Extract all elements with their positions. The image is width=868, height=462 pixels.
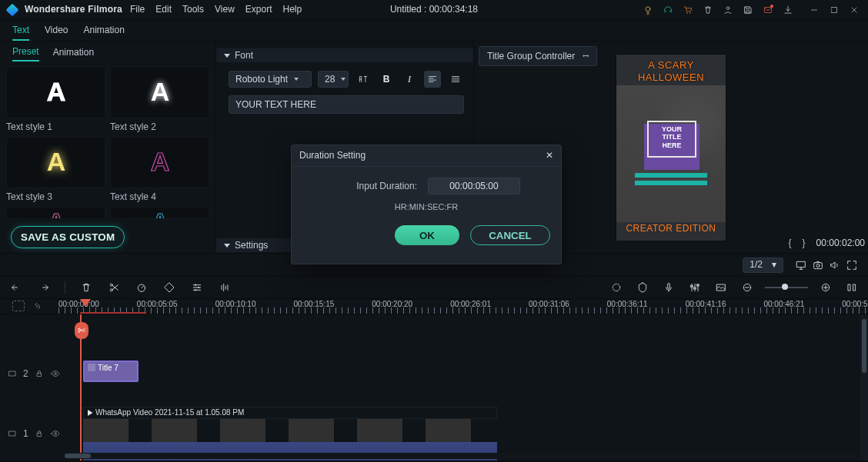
save-as-custom-button[interactable]: SAVE AS CUSTOM bbox=[11, 226, 125, 248]
duration-input[interactable]: 00:00:05:00 bbox=[428, 178, 520, 194]
title-clip-label: Title 7 bbox=[98, 364, 119, 373]
record-voice-icon[interactable] bbox=[660, 279, 677, 296]
volume-icon[interactable] bbox=[826, 257, 843, 274]
video-clip-thumbnails[interactable] bbox=[83, 419, 497, 442]
window-minimize[interactable] bbox=[808, 4, 820, 16]
lock-icon[interactable] bbox=[35, 369, 44, 378]
align-left-icon[interactable] bbox=[424, 71, 441, 88]
timeline-ruler[interactable]: 00:00:00:00 00:00:05:05 00:00:10:10 00:0… bbox=[0, 299, 868, 314]
font-family-select[interactable]: Roboto Light bbox=[229, 71, 312, 88]
crop-icon[interactable] bbox=[161, 279, 178, 296]
text-case-icon[interactable] bbox=[355, 71, 372, 88]
bold-icon[interactable]: B bbox=[378, 71, 395, 88]
track-type-icon[interactable] bbox=[8, 369, 17, 378]
tab-animation[interactable]: Animation bbox=[84, 21, 125, 39]
brace-left[interactable]: { bbox=[789, 238, 792, 248]
track-type-icon[interactable] bbox=[8, 429, 17, 438]
timeline-vscroll[interactable] bbox=[860, 314, 868, 460]
subtab-animation[interactable]: Animation bbox=[53, 44, 94, 61]
menu-export[interactable]: Export bbox=[245, 4, 272, 15]
ok-button[interactable]: OK bbox=[395, 225, 459, 245]
mixer-icon[interactable] bbox=[686, 279, 703, 296]
visibility-icon[interactable] bbox=[50, 429, 61, 438]
font-family-value: Roboto Light bbox=[235, 74, 288, 85]
speed-icon[interactable] bbox=[133, 279, 150, 296]
close-icon[interactable]: ✕ bbox=[546, 150, 553, 161]
menu-help[interactable]: Help bbox=[282, 4, 302, 15]
window-maximize[interactable] bbox=[828, 4, 840, 16]
svg-text:A: A bbox=[46, 147, 65, 176]
fit-timeline-icon[interactable] bbox=[843, 279, 860, 296]
align-justify-icon[interactable] bbox=[447, 71, 464, 88]
track-manager-icon[interactable] bbox=[12, 301, 25, 311]
audio-eq-icon[interactable] bbox=[216, 279, 233, 296]
video-clip-name: WhatsApp Video 2021-11-15 at 1.05.08 PM bbox=[95, 408, 244, 417]
menu-edit[interactable]: Edit bbox=[155, 4, 172, 15]
duration-value: 00:00:05:00 bbox=[449, 181, 498, 191]
settings-section-title: Settings bbox=[235, 240, 268, 251]
trash-icon[interactable] bbox=[702, 4, 714, 16]
download-icon[interactable] bbox=[782, 4, 794, 16]
render-icon[interactable] bbox=[608, 279, 625, 296]
zoom-out-icon[interactable] bbox=[739, 279, 756, 296]
window-close[interactable] bbox=[848, 4, 860, 16]
save-icon[interactable] bbox=[742, 4, 754, 16]
redo-icon[interactable] bbox=[35, 279, 52, 296]
page-select[interactable]: 1/2 ▾ bbox=[743, 258, 783, 273]
snapshot-icon[interactable] bbox=[810, 257, 826, 274]
tab-video[interactable]: Video bbox=[45, 21, 68, 39]
separator bbox=[65, 281, 65, 294]
undo-icon[interactable] bbox=[8, 279, 25, 296]
message-icon[interactable] bbox=[762, 4, 774, 16]
chevron-down-icon: ▾ bbox=[772, 259, 776, 270]
preset-subtabs: Preset Animation bbox=[0, 42, 215, 63]
visibility-icon[interactable] bbox=[50, 369, 61, 378]
title-clip[interactable]: Title 7 bbox=[83, 361, 139, 382]
video-clip-header[interactable]: WhatsApp Video 2021-11-15 at 1.05.08 PM bbox=[83, 407, 497, 419]
menu-view[interactable]: View bbox=[215, 4, 235, 15]
preset-thumb[interactable]: A Text style 4 bbox=[110, 137, 209, 203]
text-content-input[interactable]: YOUR TEXT HERE bbox=[229, 95, 464, 114]
menu-tools[interactable]: Tools bbox=[182, 4, 204, 15]
lock-icon[interactable] bbox=[35, 429, 44, 438]
svg-point-16 bbox=[110, 284, 112, 286]
app-logo bbox=[6, 3, 19, 16]
timeline-hscroll[interactable] bbox=[62, 453, 860, 459]
user-icon[interactable] bbox=[722, 4, 734, 16]
svg-point-2 bbox=[689, 12, 691, 14]
preset-thumb[interactable]: A Text style 3 bbox=[6, 137, 105, 203]
svg-rect-34 bbox=[9, 431, 15, 436]
marker-icon[interactable] bbox=[634, 279, 651, 296]
idea-icon[interactable] bbox=[642, 4, 654, 16]
adjust-icon[interactable] bbox=[189, 279, 205, 296]
cut-icon[interactable] bbox=[105, 279, 122, 296]
svg-rect-29 bbox=[848, 284, 850, 291]
preset-label: Text style 4 bbox=[110, 191, 209, 202]
cancel-button[interactable]: CANCEL bbox=[470, 225, 550, 245]
preset-thumb[interactable]: A Text style 2 bbox=[110, 66, 209, 132]
svg-rect-30 bbox=[853, 284, 856, 291]
zoom-slider[interactable] bbox=[765, 287, 808, 288]
brace-right[interactable]: } bbox=[803, 238, 806, 248]
split-handle-icon[interactable]: ✄ bbox=[75, 322, 88, 339]
media-icon[interactable] bbox=[713, 279, 729, 296]
font-section-body: Roboto Light 28 B I YOUR TEXT HERE bbox=[216, 63, 473, 118]
track-overlay: 2 Title 7 bbox=[0, 361, 860, 387]
cart-icon[interactable] bbox=[682, 4, 694, 16]
fullscreen-icon[interactable] bbox=[843, 257, 860, 274]
link-icon[interactable] bbox=[32, 301, 43, 311]
monitor-icon[interactable] bbox=[793, 257, 810, 274]
preset-thumb[interactable]: A Text style 1 bbox=[6, 66, 105, 132]
preset-thumb[interactable]: A bbox=[110, 207, 209, 219]
zoom-in-icon[interactable] bbox=[817, 279, 834, 296]
font-section-header[interactable]: Font bbox=[216, 48, 473, 63]
subtab-preset[interactable]: Preset bbox=[12, 43, 39, 61]
tab-text[interactable]: Text bbox=[12, 21, 29, 41]
preset-thumb[interactable]: A bbox=[6, 207, 105, 219]
svg-point-20 bbox=[195, 289, 196, 291]
menu-file[interactable]: File bbox=[130, 4, 145, 15]
support-icon[interactable] bbox=[662, 4, 674, 16]
italic-icon[interactable]: I bbox=[401, 71, 418, 88]
delete-icon[interactable] bbox=[78, 279, 95, 296]
font-size-select[interactable]: 28 bbox=[318, 71, 349, 88]
